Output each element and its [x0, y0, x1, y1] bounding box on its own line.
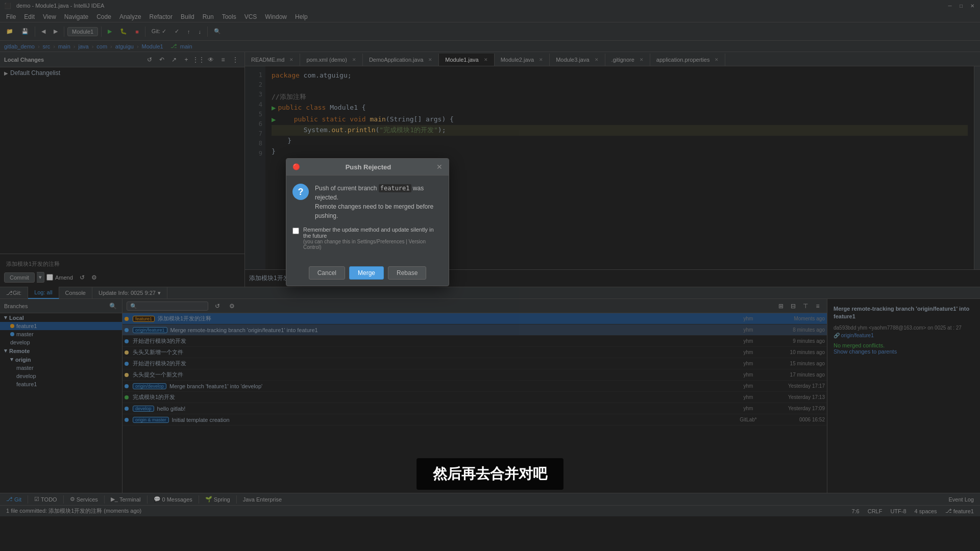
menu-file[interactable]: File	[2, 12, 20, 21]
menu-run[interactable]: Run	[199, 12, 218, 21]
commit-button[interactable]: Commit	[4, 272, 35, 283]
refresh-btn[interactable]: ↺	[144, 55, 155, 65]
tab-module1[interactable]: Module1.java ✕	[439, 54, 494, 66]
commit-row-3[interactable]: 头头又新增一个文件 yhm 10 minutes ago	[122, 347, 827, 358]
commits-search[interactable]	[127, 302, 208, 311]
tree-origin-feature1[interactable]: feature1	[0, 380, 122, 388]
toolbar-forward[interactable]: ▶	[51, 25, 61, 38]
undo-btn[interactable]: ↺	[77, 272, 87, 283]
toolbar-stop[interactable]: ■	[132, 25, 142, 38]
menu-edit[interactable]: Edit	[20, 12, 39, 21]
nav-project[interactable]: gitlab_demo	[4, 43, 35, 49]
add-btn[interactable]: +	[181, 55, 191, 65]
tab-module3[interactable]: Module3.java ✕	[550, 54, 605, 66]
toolbar-debug[interactable]: 🐛	[117, 25, 130, 38]
status-committed[interactable]: 1 file committed: 添加模块1开发的注释 (moments ag…	[4, 507, 143, 515]
todo-tool-btn[interactable]: ☑ TODO	[30, 495, 61, 504]
commit-row-8[interactable]: develop hello gitlab! yhm Yesterday 17:0…	[122, 403, 827, 414]
branch-selector[interactable]: Module1	[67, 27, 98, 36]
maximize-btn[interactable]: □	[958, 2, 965, 9]
menu-vcs[interactable]: VCS	[240, 12, 261, 21]
tab-module2-close[interactable]: ✕	[539, 57, 543, 62]
tab-gitignore[interactable]: .gitignore ✕	[605, 54, 650, 66]
close-btn[interactable]: ✕	[969, 2, 976, 9]
tab-pom-close[interactable]: ✕	[352, 57, 356, 62]
collapse-btn[interactable]: ⊟	[788, 301, 798, 311]
toolbar-commit[interactable]: ✓	[172, 25, 182, 38]
tree-develop[interactable]: develop	[0, 338, 122, 346]
jump-btn[interactable]: ↗	[169, 55, 179, 65]
commit-row-2[interactable]: 开始进行模块3的开发 yhm 9 minutes ago	[122, 336, 827, 347]
menu-navigate[interactable]: Navigate	[60, 12, 92, 21]
toolbar-push[interactable]: ↑	[184, 25, 193, 38]
git-tree-search[interactable]: 🔍	[108, 301, 118, 311]
tree-remote-group[interactable]: ▾ Remote	[0, 346, 122, 355]
git-tool-btn[interactable]: ⎇ Git	[2, 495, 26, 504]
menu-analyze[interactable]: Analyze	[115, 12, 145, 21]
tab-demo-app[interactable]: DemoApplication.java ✕	[363, 54, 439, 66]
tab-module2[interactable]: Module2.java ✕	[495, 54, 550, 66]
toolbar-back[interactable]: ◀	[38, 25, 48, 38]
toolbar-git[interactable]: Git: ✓	[149, 25, 169, 38]
nav-atguigu[interactable]: atguigu	[115, 43, 134, 49]
tab-readme-close[interactable]: ✕	[289, 57, 293, 62]
menu-tools[interactable]: Tools	[218, 12, 240, 21]
tree-local-group[interactable]: ▾ Local	[0, 313, 122, 322]
detail-link[interactable]: origin/feature1	[841, 333, 874, 338]
default-changelist-header[interactable]: ▶ Default Changelist	[0, 67, 244, 79]
status-position[interactable]: 7:6	[849, 508, 861, 514]
toolbar-run[interactable]: ▶	[105, 25, 115, 38]
menu-code[interactable]: Code	[92, 12, 115, 21]
minimize-btn[interactable]: ─	[946, 2, 953, 9]
window-controls[interactable]: ─ □ ✕	[946, 2, 976, 9]
remember-method-checkbox[interactable]	[292, 228, 299, 234]
menu-help[interactable]: Help	[291, 12, 312, 21]
tree-feature1[interactable]: feature1	[0, 322, 122, 330]
rollback-btn[interactable]: ↶	[157, 55, 167, 65]
tab-app-props[interactable]: application.properties ✕	[650, 54, 726, 66]
status-branch[interactable]: ⎇ feature1	[943, 508, 976, 514]
commits-settings[interactable]: ⚙	[227, 301, 237, 311]
view-btn[interactable]: 👁	[206, 55, 216, 65]
commit-row-5[interactable]: 头头提交一个新文件 yhm 17 minutes ago	[122, 369, 827, 381]
sort-btn[interactable]: ≡	[218, 55, 228, 65]
nav-branch[interactable]: main	[180, 43, 192, 49]
nav-src[interactable]: src	[43, 43, 51, 49]
sort-commits-btn[interactable]: ≡	[813, 301, 823, 311]
commit-row-1[interactable]: origin/feature1 Merge remote-tracking br…	[122, 324, 827, 336]
rebase-button[interactable]: Rebase	[388, 266, 426, 280]
merge-button[interactable]: Merge	[349, 266, 384, 280]
tab-gitignore-close[interactable]: ✕	[640, 57, 644, 62]
commits-refresh[interactable]: ↺	[212, 301, 223, 311]
menu-view[interactable]: View	[39, 12, 60, 21]
bottom-tab-log[interactable]: Log: all	[28, 287, 59, 299]
amend-checkbox-label[interactable]: Amend	[46, 274, 73, 281]
commit-row-6[interactable]: origin/develop Merge branch 'feature1' i…	[122, 381, 827, 392]
more-btn[interactable]: ⋮	[230, 55, 240, 65]
status-encoding[interactable]: CRLF	[866, 508, 885, 514]
bottom-tab-update[interactable]: Update Info: 0025 9:27 ▾	[92, 287, 167, 299]
nav-com[interactable]: com	[96, 43, 107, 49]
tab-pom[interactable]: pom.xml (demo) ✕	[300, 54, 362, 66]
amend-checkbox[interactable]	[46, 274, 53, 281]
bottom-tab-git[interactable]: ⎇ Git:	[0, 287, 28, 299]
group-btn[interactable]: ⋮⋮	[193, 55, 204, 65]
dialog-close-btn[interactable]: ✕	[436, 163, 443, 171]
java-enterprise-tool-btn[interactable]: Java Enterprise	[239, 495, 286, 504]
menu-refactor[interactable]: Refactor	[145, 12, 177, 21]
tree-origin-master[interactable]: master	[0, 364, 122, 372]
tab-app-props-close[interactable]: ✕	[715, 57, 719, 62]
expand-all-btn[interactable]: ⊞	[776, 301, 786, 311]
nav-java[interactable]: java	[78, 43, 88, 49]
nav-module[interactable]: Module1	[142, 43, 163, 49]
tree-origin-group[interactable]: ▾ origin	[0, 355, 122, 364]
spring-tool-btn[interactable]: 🌱 Spring	[201, 495, 234, 504]
toolbar-open[interactable]: 📁	[3, 25, 16, 38]
bottom-tab-console[interactable]: Console	[59, 287, 92, 299]
messages-tool-btn[interactable]: 💬 0 Messages	[150, 495, 197, 504]
commit-arrow-btn[interactable]: ▾	[37, 272, 44, 283]
commit-row-9[interactable]: origin & master Initial template creatio…	[122, 414, 827, 425]
show-changes-link[interactable]: Show changes to parents	[834, 348, 974, 355]
nav-main[interactable]: main	[58, 43, 70, 49]
toolbar-save[interactable]: 💾	[18, 25, 32, 38]
